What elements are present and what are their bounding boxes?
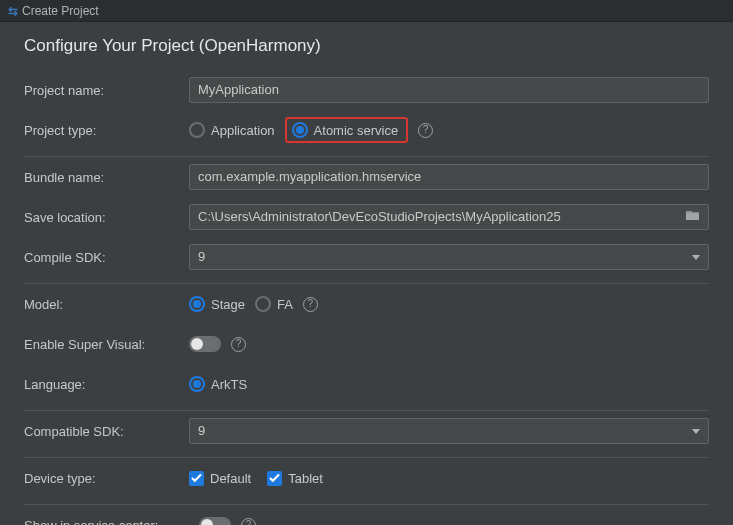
label-compile-sdk: Compile SDK:	[24, 250, 189, 265]
radio-model-stage-label: Stage	[211, 297, 245, 312]
row-compatible-sdk: Compatible SDK: 9	[24, 417, 709, 445]
project-name-value: MyApplication	[198, 78, 279, 102]
check-icon	[269, 473, 280, 484]
help-icon[interactable]: ?	[231, 337, 246, 352]
label-model: Model:	[24, 297, 189, 312]
checkbox-tablet-label: Tablet	[288, 471, 323, 486]
save-location-value: C:\Users\Administrator\DevEcoStudioProje…	[198, 205, 561, 229]
check-icon	[191, 473, 202, 484]
label-save-location: Save location:	[24, 210, 189, 225]
compile-sdk-select[interactable]: 9	[189, 244, 709, 270]
row-show-in-service-center: Show in service center: ?	[24, 511, 709, 525]
app-lead-icon: ⇆	[8, 4, 18, 18]
highlight-atomic-service: Atomic service	[285, 117, 409, 143]
radio-model-fa-label: FA	[277, 297, 293, 312]
compile-sdk-value: 9	[198, 245, 205, 269]
help-icon[interactable]: ?	[418, 123, 433, 138]
compatible-sdk-value: 9	[198, 419, 205, 443]
help-icon[interactable]: ?	[303, 297, 318, 312]
bundle-name-value: com.example.myapplication.hmservice	[198, 165, 421, 189]
checkbox-default-wrap[interactable]: Default	[189, 471, 251, 486]
radio-atomic-service[interactable]: Atomic service	[292, 122, 399, 138]
label-bundle-name: Bundle name:	[24, 170, 189, 185]
checkbox-default	[189, 471, 204, 486]
toggle-enable-super-visual[interactable]	[189, 336, 221, 352]
separator	[24, 504, 709, 505]
row-language: Language: ArkTS	[24, 370, 709, 398]
radio-dot-icon	[189, 122, 205, 138]
separator	[24, 283, 709, 284]
separator	[24, 156, 709, 157]
chevron-down-icon	[692, 429, 700, 434]
label-enable-super-visual: Enable Super Visual:	[24, 337, 189, 352]
window-title: Create Project	[22, 4, 99, 18]
row-compile-sdk: Compile SDK: 9	[24, 243, 709, 271]
label-project-type: Project type:	[24, 123, 189, 138]
radio-atomic-service-label: Atomic service	[314, 123, 399, 138]
label-device-type: Device type:	[24, 471, 189, 486]
row-project-type: Project type: Application Atomic service…	[24, 116, 709, 144]
checkbox-default-label: Default	[210, 471, 251, 486]
radio-dot-icon	[292, 122, 308, 138]
separator	[24, 410, 709, 411]
row-enable-super-visual: Enable Super Visual: ?	[24, 330, 709, 358]
radio-dot-icon	[189, 376, 205, 392]
row-bundle-name: Bundle name: com.example.myapplication.h…	[24, 163, 709, 191]
row-model: Model: Stage FA ?	[24, 290, 709, 318]
label-language: Language:	[24, 377, 189, 392]
project-name-input[interactable]: MyApplication	[189, 77, 709, 103]
row-device-type: Device type: Default Tablet	[24, 464, 709, 492]
save-location-input[interactable]: C:\Users\Administrator\DevEcoStudioProje…	[189, 204, 709, 230]
content-area: Configure Your Project (OpenHarmony) Pro…	[0, 22, 733, 525]
compatible-sdk-select[interactable]: 9	[189, 418, 709, 444]
separator	[24, 457, 709, 458]
page-title: Configure Your Project (OpenHarmony)	[24, 36, 709, 56]
chevron-down-icon	[692, 255, 700, 260]
row-project-name: Project name: MyApplication	[24, 76, 709, 104]
checkbox-tablet	[267, 471, 282, 486]
radio-model-fa[interactable]: FA	[255, 296, 293, 312]
radio-dot-icon	[189, 296, 205, 312]
titlebar: ⇆ Create Project	[0, 0, 733, 22]
label-compatible-sdk: Compatible SDK:	[24, 424, 189, 439]
radio-language-arkts-label: ArkTS	[211, 377, 247, 392]
help-icon[interactable]: ?	[241, 518, 256, 526]
label-project-name: Project name:	[24, 83, 189, 98]
toggle-show-in-service-center[interactable]	[199, 517, 231, 525]
radio-dot-icon	[255, 296, 271, 312]
radio-application-label: Application	[211, 123, 275, 138]
folder-icon[interactable]	[685, 205, 700, 229]
radio-model-stage[interactable]: Stage	[189, 296, 245, 312]
label-show-in-service-center: Show in service center:	[24, 518, 199, 526]
row-save-location: Save location: C:\Users\Administrator\De…	[24, 203, 709, 231]
radio-language-arkts[interactable]: ArkTS	[189, 376, 247, 392]
bundle-name-input[interactable]: com.example.myapplication.hmservice	[189, 164, 709, 190]
checkbox-tablet-wrap[interactable]: Tablet	[267, 471, 323, 486]
radio-application[interactable]: Application	[189, 122, 275, 138]
